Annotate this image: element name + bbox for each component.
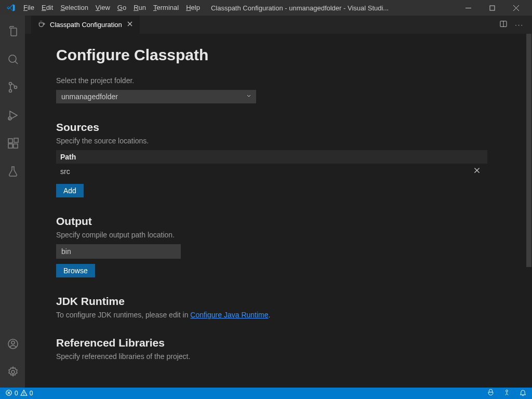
minimize-button[interactable]	[456, 0, 480, 16]
editor-content: Configure Classpath Select the project f…	[25, 34, 532, 388]
jdk-heading: JDK Runtime	[56, 295, 501, 308]
add-source-button[interactable]: Add	[56, 184, 84, 197]
vertical-scrollbar[interactable]	[525, 34, 532, 388]
close-button[interactable]	[504, 0, 528, 16]
menu-selection[interactable]: Selection	[57, 0, 91, 16]
project-select-wrap: unmanagedfolder	[56, 90, 256, 103]
activity-run-icon[interactable]	[0, 103, 25, 128]
status-problems[interactable]: 0 0	[5, 389, 33, 398]
status-extension-icon[interactable]	[503, 389, 511, 398]
browse-output-button[interactable]: Browse	[56, 264, 95, 277]
activity-settings-icon[interactable]	[0, 360, 25, 384]
sources-table: Path src	[56, 150, 487, 179]
output-sub: Specify compile output path location.	[56, 231, 501, 239]
remove-source-icon[interactable]	[471, 166, 483, 176]
page-title: Configure Classpath	[56, 46, 501, 64]
jdk-text-prefix: To configure JDK runtimes, please edit i…	[56, 311, 190, 319]
sources-col-path: Path	[56, 150, 487, 164]
referenced-libraries-heading: Referenced Libraries	[56, 337, 501, 349]
svg-line-5	[15, 61, 18, 64]
status-bell-icon[interactable]	[519, 389, 527, 398]
menu-edit[interactable]: Edit	[38, 0, 57, 16]
menubar: File Edit Selection View Go Run Terminal…	[20, 0, 204, 16]
more-actions-icon[interactable]: ···	[515, 21, 524, 29]
warning-icon	[20, 389, 28, 398]
menu-file[interactable]: File	[20, 0, 38, 16]
coffee-icon	[37, 20, 46, 30]
scrollbar-thumb[interactable]	[526, 34, 531, 267]
activity-explorer-icon[interactable]	[0, 19, 25, 44]
sources-row-path: src	[60, 167, 471, 176]
window-controls	[456, 0, 528, 16]
status-feedback-icon[interactable]	[487, 389, 495, 398]
activity-search-icon[interactable]	[0, 47, 25, 72]
output-path-input[interactable]	[56, 244, 181, 259]
svg-point-7	[9, 90, 12, 92]
maximize-button[interactable]	[480, 0, 504, 16]
editor-area: Classpath Configuration ··· Configure Cl…	[25, 16, 532, 388]
svg-point-4	[9, 55, 16, 62]
sources-row: src	[56, 164, 487, 179]
window-title: Classpath Configuration - unmanagedfolde…	[204, 4, 456, 12]
sources-heading: Sources	[56, 121, 501, 134]
status-warnings-count: 0	[30, 390, 33, 397]
activity-extensions-icon[interactable]	[0, 131, 25, 156]
referenced-libraries-sub: Specify referenced libraries of the proj…	[56, 352, 501, 361]
svg-rect-10	[8, 139, 12, 143]
activity-testing-icon[interactable]	[0, 159, 25, 184]
activity-scm-icon[interactable]	[0, 75, 25, 100]
output-heading: Output	[56, 215, 501, 228]
svg-point-27	[23, 394, 24, 395]
error-icon	[5, 389, 12, 398]
status-bar: 0 0	[0, 388, 532, 399]
project-select[interactable]: unmanagedfolder	[56, 90, 256, 103]
svg-point-6	[9, 83, 12, 85]
titlebar: File Edit Selection View Go Run Terminal…	[0, 0, 532, 16]
sources-sub: Specify the source locations.	[56, 137, 501, 145]
project-label: Select the project folder.	[56, 76, 501, 85]
tab-bar: Classpath Configuration ···	[25, 16, 532, 34]
status-errors-count: 0	[15, 390, 18, 397]
menu-run[interactable]: Run	[130, 0, 150, 16]
menu-go[interactable]: Go	[114, 0, 130, 16]
vscode-logo-icon	[6, 3, 16, 12]
tab-label: Classpath Configuration	[50, 21, 122, 29]
tab-close-icon[interactable]	[126, 20, 134, 29]
split-editor-icon[interactable]	[499, 20, 508, 30]
menu-view[interactable]: View	[92, 0, 114, 16]
jdk-text: To configure JDK runtimes, please edit i…	[56, 311, 501, 319]
activity-bar	[0, 16, 25, 388]
menu-terminal[interactable]: Terminal	[150, 0, 182, 16]
activity-accounts-icon[interactable]	[0, 331, 25, 356]
svg-rect-12	[14, 144, 18, 148]
configure-java-runtime-link[interactable]: Configure Java Runtime	[190, 311, 268, 319]
menu-help[interactable]: Help	[182, 0, 204, 16]
svg-rect-13	[14, 138, 18, 142]
svg-rect-11	[8, 144, 12, 148]
svg-point-28	[506, 390, 508, 392]
svg-point-16	[11, 370, 15, 374]
svg-rect-1	[490, 6, 495, 10]
jdk-text-suffix: .	[269, 311, 271, 319]
svg-point-15	[11, 341, 15, 344]
tab-classpath-configuration[interactable]: Classpath Configuration	[31, 16, 140, 34]
svg-point-8	[15, 86, 17, 89]
